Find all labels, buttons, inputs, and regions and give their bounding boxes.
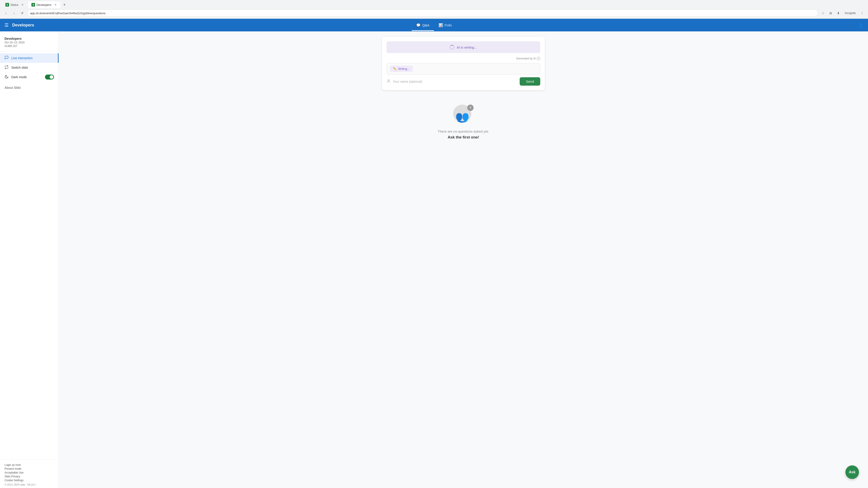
empty-cta: Ask the first one! bbox=[448, 135, 479, 140]
name-input[interactable] bbox=[393, 80, 518, 84]
people-silhouette-icon: 👥 bbox=[455, 111, 469, 123]
developers-tab-close[interactable]: ✕ bbox=[54, 3, 57, 6]
sidebar-item-switch-slido-label: Switch slido bbox=[11, 66, 28, 69]
slidos-favicon: S bbox=[5, 3, 9, 6]
browser-toolbar: ‹ › ↺ app.sli.do/event/dCnjRveGaeVb49ut2… bbox=[0, 8, 868, 19]
app-title: Developers bbox=[12, 23, 34, 28]
footer-present-mode[interactable]: Present mode bbox=[4, 467, 54, 470]
incognito-label: Incognito bbox=[845, 11, 856, 15]
forward-button[interactable]: › bbox=[11, 10, 17, 16]
qa-tab-label: Q&A bbox=[422, 23, 430, 27]
writing-btn-label: Writing... bbox=[398, 67, 410, 70]
about-label: About Slido bbox=[4, 86, 21, 90]
account-icon[interactable]: 👤 bbox=[858, 22, 864, 28]
extensions-button[interactable]: ⧉ bbox=[828, 10, 834, 16]
footer-slido-privacy[interactable]: Slido Privacy bbox=[4, 475, 54, 478]
ask-fab-label: Ask bbox=[849, 470, 855, 474]
url-text: app.sli.do/event/dCnjRveGaeVb49ut2zGgst/… bbox=[30, 11, 105, 15]
incognito-badge: Incognito bbox=[843, 11, 858, 15]
slidos-tab-close[interactable]: ✕ bbox=[21, 3, 24, 6]
dark-mode-icon bbox=[4, 75, 8, 79]
empty-state: 👥 ? There are no questions asked yet. As… bbox=[64, 96, 863, 149]
main-layout: Developers Oct 10–13, 2024 #1480 327 Liv… bbox=[0, 31, 868, 488]
app-header: ☰ Developers 💬 Q&A 📊 Polls 👤 bbox=[0, 19, 868, 31]
browser-title-bar: S Slidos ✕ S Developers ✕ + bbox=[0, 0, 868, 8]
polls-icon: 📊 bbox=[438, 23, 443, 27]
sidebar-item-live-interaction-label: Live interaction bbox=[11, 56, 33, 60]
generated-by-ai-row: Generated by AI ⓘ bbox=[386, 57, 540, 60]
switch-slido-icon bbox=[4, 65, 8, 70]
ai-writing-text: AI is writing... bbox=[457, 45, 477, 49]
info-icon[interactable]: ⓘ bbox=[537, 57, 540, 60]
toolbar-icons: ☆ ⧉ ⬇ Incognito ⋮ bbox=[820, 10, 865, 16]
name-person-icon bbox=[386, 79, 391, 84]
refresh-button[interactable]: ↺ bbox=[19, 10, 25, 16]
new-tab-button[interactable]: + bbox=[61, 2, 68, 8]
sidebar-nav: Live interaction Switch slido Dark mode bbox=[0, 53, 59, 459]
live-interaction-icon bbox=[4, 56, 8, 61]
browser-menu-button[interactable]: ⋮ bbox=[859, 10, 865, 16]
tab-polls[interactable]: 📊 Polls bbox=[434, 20, 457, 31]
sidebar-item-live-interaction[interactable]: Live interaction bbox=[0, 53, 59, 63]
browser-tab-developers[interactable]: S Developers ✕ bbox=[28, 1, 60, 8]
ai-spinner bbox=[450, 45, 454, 50]
sidebar-event-name: Developers bbox=[4, 37, 54, 40]
svg-point-0 bbox=[388, 79, 389, 81]
polls-tab-label: Polls bbox=[445, 23, 452, 27]
generated-by-ai-text: Generated by AI bbox=[516, 57, 536, 60]
empty-illustration: 👥 ? bbox=[453, 105, 473, 125]
developers-favicon: S bbox=[31, 3, 35, 6]
footer-acceptable-use[interactable]: Acceptable Use bbox=[4, 471, 54, 474]
sidebar: Developers Oct 10–13, 2024 #1480 327 Liv… bbox=[0, 31, 59, 488]
dark-mode-toggle[interactable] bbox=[45, 74, 54, 79]
question-input-area[interactable]: ✏️ Writing... bbox=[386, 63, 540, 74]
header-tabs: 💬 Q&A 📊 Polls bbox=[412, 20, 456, 31]
empty-text: There are no questions asked yet. bbox=[438, 129, 489, 133]
sidebar-event-date: Oct 10–13, 2024 bbox=[4, 41, 54, 44]
sidebar-menu-icon[interactable]: ☰ bbox=[4, 22, 8, 28]
sidebar-footer: Login as host Present mode Acceptable Us… bbox=[0, 459, 59, 488]
qa-icon: 💬 bbox=[416, 23, 421, 27]
back-button[interactable]: ‹ bbox=[3, 10, 9, 16]
main-content: AI is writing... Generated by AI ⓘ ✏️ Wr… bbox=[59, 31, 868, 488]
ask-fab-button[interactable]: Ask bbox=[845, 465, 859, 479]
url-bar[interactable]: app.sli.do/event/dCnjRveGaeVb49ut2zGgst/… bbox=[27, 9, 818, 17]
send-button[interactable]: Send bbox=[520, 77, 540, 86]
send-btn-label: Send bbox=[526, 79, 534, 84]
question-badge: ? bbox=[467, 105, 473, 111]
sidebar-about[interactable]: About Slido bbox=[0, 84, 59, 92]
dark-mode-label: Dark mode bbox=[11, 75, 42, 79]
footer-login-as-host[interactable]: Login as host bbox=[4, 463, 54, 466]
browser-chrome: S Slidos ✕ S Developers ✕ + ‹ › ↺ app.sl… bbox=[0, 0, 868, 19]
pencil-icon: ✏️ bbox=[393, 67, 397, 70]
tab-qa[interactable]: 💬 Q&A bbox=[412, 20, 434, 31]
browser-tab-slidos[interactable]: S Slidos ✕ bbox=[2, 1, 27, 8]
sidebar-item-switch-slido[interactable]: Switch slido bbox=[0, 63, 59, 72]
developers-tab-label: Developers bbox=[36, 3, 51, 6]
ai-writing-banner: AI is writing... bbox=[386, 41, 540, 53]
sidebar-event-id: #1480 327 bbox=[4, 44, 54, 48]
slidos-tab-label: Slidos bbox=[10, 3, 18, 6]
download-button[interactable]: ⬇ bbox=[835, 10, 842, 16]
footer-cookie-settings[interactable]: Cookie Settings bbox=[4, 479, 54, 482]
writing-button[interactable]: ✏️ Writing... bbox=[390, 66, 413, 72]
name-row: Send bbox=[386, 77, 540, 86]
sidebar-copyright: © 2012–2024 slido · 58.18.1 bbox=[4, 483, 54, 486]
sidebar-event-info: Developers Oct 10–13, 2024 #1480 327 bbox=[0, 35, 59, 52]
question-card: AI is writing... Generated by AI ⓘ ✏️ Wr… bbox=[382, 37, 545, 90]
bookmark-button[interactable]: ☆ bbox=[820, 10, 826, 16]
sidebar-dark-mode: Dark mode bbox=[0, 72, 59, 82]
